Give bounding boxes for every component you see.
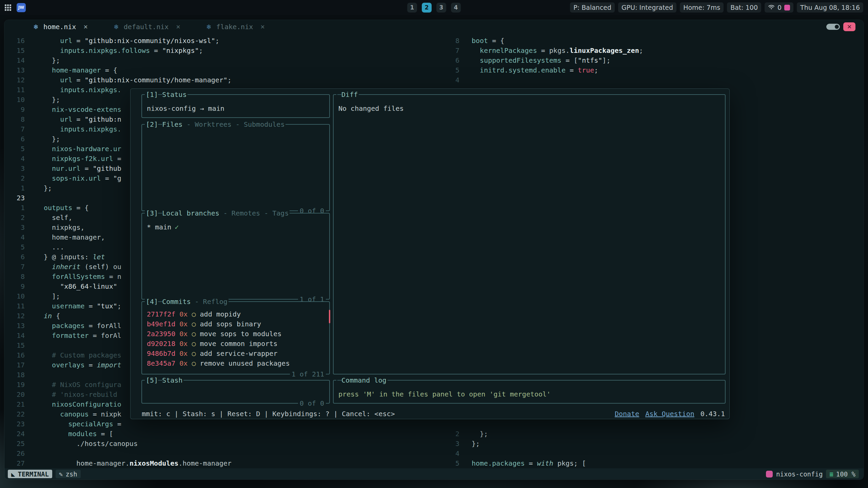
commit-message: add mopidy (200, 310, 241, 318)
statusbar-left: ◣ TERMINAL ✎ zsh (8, 470, 81, 478)
commit-row[interactable]: b49ef1d 0x ○ add sops binary (147, 319, 327, 329)
donate-link[interactable]: Donate (615, 409, 639, 419)
line-number: 4 (439, 75, 459, 85)
panel-title-diff: ─Diff (336, 90, 359, 99)
commit-hash: 9486b7d (147, 349, 179, 358)
commit-row[interactable]: 2a23950 0x ○ move sops to modules (147, 329, 327, 339)
tab-default.nix[interactable]: ❄default.nix× (107, 23, 187, 31)
code-line[interactable]: 8boot = { (4, 36, 864, 46)
branch-item[interactable]: * main✓ (147, 222, 179, 232)
commit-row[interactable]: 2717f2f 0x ○ add mopidy (147, 309, 327, 319)
commit-graph-dot: ○ (192, 320, 200, 328)
commits-scrollbar[interactable] (329, 310, 330, 323)
terminal-mode-badge: ◣ TERMINAL (8, 470, 52, 478)
commit-graph-dot: ○ (192, 349, 200, 358)
topbar-right: P: BalancedGPU: IntegratedHome: 7msBat: … (570, 2, 863, 13)
tab-close-icon[interactable]: × (260, 23, 265, 31)
lazygit-version: 0.43.1 (701, 409, 725, 419)
workspace-button-3[interactable]: 3 (436, 3, 446, 13)
commit-graph-dot: ○ (192, 310, 200, 318)
repo-name: nixos-config (776, 470, 823, 478)
commit-row[interactable]: 9486b7d 0x ○ add service-wrapper (147, 349, 327, 359)
lazygit-command-log-panel[interactable]: ─Command log press 'M' in the files pane… (333, 380, 726, 404)
tab-label: home.nix (43, 23, 76, 31)
code-line[interactable]: 3}; (4, 439, 864, 449)
nix-snowflake-icon: ❄ (114, 23, 119, 30)
tabs: ❄home.nix×❄default.nix×❄flake.nix× (26, 23, 284, 31)
lazygit-branches-panel[interactable]: [3]─Local branches - Remotes - Tags * ma… (141, 213, 330, 300)
commit-row[interactable]: 8e345a7 0x ○ remove unused packages (147, 359, 327, 368)
commit-message: add sops binary (200, 320, 261, 328)
commit-graph-dot: ○ (192, 359, 200, 367)
line-number: 2 (439, 429, 459, 439)
toggle-knob (835, 25, 839, 29)
apps-grid-icon[interactable] (5, 4, 11, 11)
app-badge[interactable]: JW (17, 3, 26, 12)
lazygit-stash-panel[interactable]: [5]─Stash 0 of 0 (141, 380, 330, 404)
terminal-mode-icon: ◣ (11, 470, 15, 478)
system-tray: 0 (765, 2, 793, 13)
lazygit-files-panel[interactable]: [2]─Files - Worktrees - Submodules 0 of … (141, 124, 330, 211)
code-line[interactable]: 6 supportedFilesystems = ["ntfs"]; (4, 56, 864, 65)
commit-message: remove unused packages (200, 359, 290, 367)
repo-icon (766, 471, 773, 477)
commit-author: 0x (179, 359, 192, 367)
window-controls: ✕ (826, 20, 855, 34)
panel-title-command-log: ─Command log (336, 375, 388, 385)
lazygit-float-window: [1]─Status nixos-config → main [2]─Files… (130, 88, 730, 419)
shell-label: zsh (65, 470, 77, 478)
commit-author: 0x (179, 330, 192, 338)
code-line[interactable]: 7 kernelPackages = pkgs.linuxPackages_ze… (4, 46, 864, 56)
tab-flake.nix[interactable]: ❄flake.nix× (199, 23, 272, 31)
commit-graph-dot: ○ (192, 340, 200, 348)
commit-hash: 2717f2f (147, 310, 179, 318)
workspaces: 1234 (407, 0, 461, 15)
shell-tab[interactable]: ✎ zsh (56, 470, 81, 478)
panel-title-stash: [5]─Stash (145, 375, 183, 385)
code-line[interactable]: 4 (4, 75, 864, 85)
code-line[interactable]: 5 initrd.systemd.enable = true; (4, 65, 864, 75)
line-number: 6 (439, 56, 459, 65)
keybind-hints: mmit: c | Stash: s | Reset: D | Keybindi… (142, 409, 395, 419)
tab-label: flake.nix (216, 23, 253, 31)
window-close-button[interactable]: ✕ (843, 22, 855, 31)
code-line[interactable]: 2 }; (4, 429, 864, 439)
repo-branch-status: nixos-config → main (147, 104, 224, 114)
notification-count[interactable]: 0 (777, 4, 782, 11)
clock[interactable]: Thu Aug 08, 18:16 (797, 2, 863, 13)
status-chip[interactable]: Bat: 100 (727, 2, 761, 13)
commit-hash: d920218 (147, 340, 179, 348)
code-line[interactable]: 4 (4, 449, 864, 459)
tab-home.nix[interactable]: ❄home.nix× (26, 23, 95, 31)
panel-title-commits: [4]─Commits - Reflog (145, 297, 229, 306)
terminal-window: ❄home.nix×❄default.nix×❄flake.nix× ✕ 16 … (4, 20, 864, 480)
wifi-icon[interactable] (768, 5, 775, 10)
commit-row[interactable]: d920218 0x ○ move common imports (147, 339, 327, 349)
commit-author: 0x (179, 320, 192, 328)
status-chip[interactable]: GPU: Integrated (618, 2, 676, 13)
meter-percent: 100 % (836, 470, 855, 478)
tab-close-icon[interactable]: × (83, 23, 88, 31)
status-chip[interactable]: Home: 7ms (680, 2, 724, 13)
commit-list: 2717f2f 0x ○ add mopidyb49ef1d 0x ○ add … (147, 309, 327, 368)
commit-message: add service-wrapper (200, 349, 278, 358)
panel-title-status: [1]─Status (145, 90, 188, 99)
tab-close-icon[interactable]: × (176, 23, 180, 31)
battery-meter: ≡ 100 % (826, 470, 859, 478)
workspace-button-2[interactable]: 2 (422, 3, 432, 13)
window-pin-toggle[interactable] (826, 24, 840, 30)
commit-message: move sops to modules (200, 330, 282, 338)
lazygit-status-panel[interactable]: [1]─Status nixos-config → main (141, 94, 330, 118)
lazygit-diff-panel[interactable]: ─Diff No changed files (333, 94, 726, 374)
code-line[interactable]: 5home.packages = with pkgs; [ (4, 459, 864, 468)
workspace-button-1[interactable]: 1 (407, 3, 417, 13)
statusbar-right: nixos-config ≡ 100 % (766, 470, 859, 478)
workspace-button-4[interactable]: 4 (451, 3, 461, 13)
nix-snowflake-icon: ❄ (33, 23, 39, 30)
status-chip[interactable]: P: Balanced (570, 2, 615, 13)
commit-hash: 2a23950 (147, 330, 179, 338)
ask-question-link[interactable]: Ask Question (645, 409, 694, 419)
color-picker-tray-icon[interactable] (784, 5, 790, 11)
editor-area: 16 url = "github:nix-community/nixos-wsl… (4, 20, 864, 480)
lazygit-commits-panel[interactable]: [4]─Commits - Reflog 2717f2f 0x ○ add mo… (141, 301, 330, 374)
